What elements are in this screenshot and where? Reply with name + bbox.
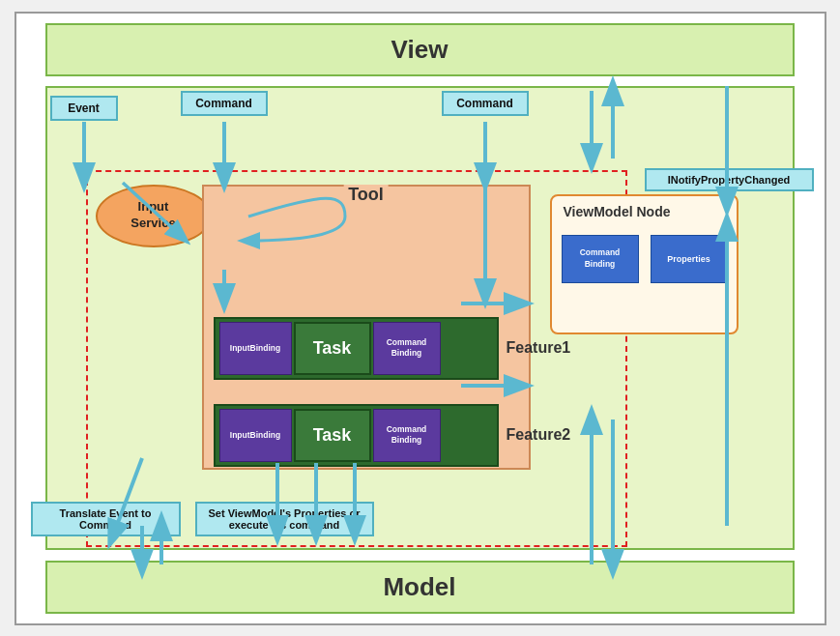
model-box: Model (45, 561, 795, 614)
feature2-cmd-binding-label: CommandBinding (387, 424, 427, 446)
feature1-label: Feature1 (507, 339, 571, 357)
inner-area: InputService Tool InputBinding Task Comm… (45, 86, 795, 550)
feature2-cmd-binding: CommandBinding (373, 409, 441, 462)
feature1-cmd-binding: CommandBinding (373, 322, 441, 375)
callout-event: Event (50, 96, 118, 121)
feature1-task-label: Task (313, 338, 352, 359)
feature2-label: Feature2 (507, 426, 571, 444)
viewmodel-properties: Properties (651, 235, 728, 283)
feature2-band: InputBinding Task CommandBinding (214, 404, 499, 467)
callout-command-2: Command (442, 91, 529, 116)
feature1-band: InputBinding Task CommandBinding (214, 317, 499, 380)
feature1-task: Task (294, 322, 371, 375)
diagram-container: View Model InputService Tool InputBindin… (14, 12, 826, 625)
callout-set-viewmodel: Set ViewModel's Properties or execute it… (195, 502, 374, 536)
viewmodel-cmd-binding-label: CommandBinding (580, 247, 621, 269)
viewmodel-label: ViewModel Node (564, 204, 671, 219)
feature2-row: InputBinding Task CommandBinding Feature… (214, 399, 571, 472)
feature2-input-binding: InputBinding (219, 409, 292, 462)
feature2-task: Task (294, 409, 371, 462)
feature1-input-binding-label: InputBinding (230, 343, 280, 353)
viewmodel-box: ViewModel Node CommandBinding Properties (550, 194, 739, 334)
view-label: View (391, 35, 449, 65)
viewmodel-properties-label: Properties (667, 254, 710, 264)
callout-command-1: Command (181, 91, 268, 116)
input-service: InputService (96, 185, 212, 247)
callout-inotify: INotifyPropertyChanged (645, 168, 814, 191)
viewmodel-cmd-binding: CommandBinding (562, 235, 639, 283)
input-service-label: InputService (130, 199, 175, 232)
feature2-task-label: Task (313, 425, 352, 446)
callout-translate: Translate Event to Command (31, 502, 181, 536)
feature1-row: InputBinding Task CommandBinding Feature… (214, 312, 571, 385)
tool-box: Tool InputBinding Task CommandBinding Fe… (202, 185, 531, 470)
feature2-input-binding-label: InputBinding (230, 430, 280, 440)
view-box: View (45, 23, 795, 76)
model-label: Model (383, 572, 455, 602)
tool-label: Tool (343, 185, 389, 205)
feature1-cmd-binding-label: CommandBinding (387, 337, 427, 359)
feature1-input-binding: InputBinding (219, 322, 292, 375)
